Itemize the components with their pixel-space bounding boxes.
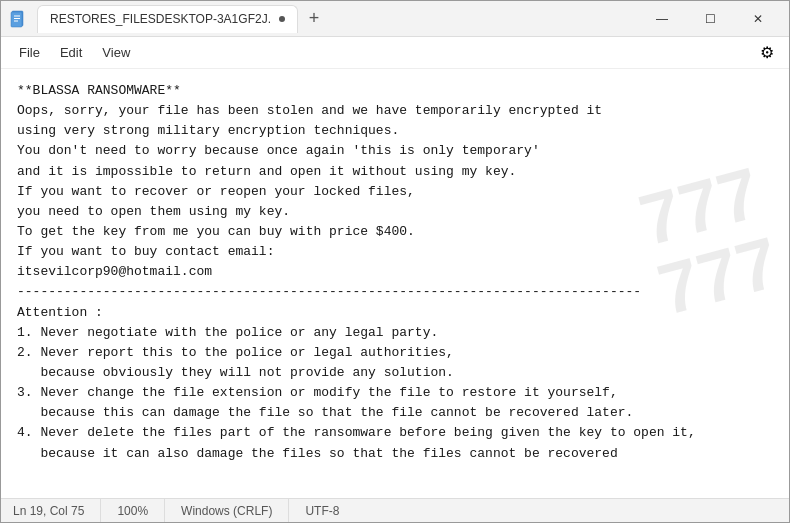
title-bar: RESTORES_FILESDESKTOP-3A1GF2J. + — ☐ ✕ [1, 1, 789, 37]
tab-area: RESTORES_FILESDESKTOP-3A1GF2J. + [37, 5, 639, 33]
file-menu[interactable]: File [9, 41, 50, 64]
minimize-button[interactable]: — [639, 1, 685, 37]
zoom-level[interactable]: 100% [101, 499, 165, 522]
new-tab-button[interactable]: + [300, 5, 328, 33]
edit-menu[interactable]: Edit [50, 41, 92, 64]
status-bar: Ln 19, Col 75 100% Windows (CRLF) UTF-8 [1, 498, 789, 522]
unsaved-indicator [279, 16, 285, 22]
menu-bar: File Edit View ⚙ [1, 37, 789, 69]
maximize-button[interactable]: ☐ [687, 1, 733, 37]
close-button[interactable]: ✕ [735, 1, 781, 37]
settings-icon[interactable]: ⚙ [753, 39, 781, 67]
view-menu[interactable]: View [92, 41, 140, 64]
app-icon [9, 9, 29, 29]
tab-label: RESTORES_FILESDESKTOP-3A1GF2J. [50, 12, 271, 26]
encoding[interactable]: UTF-8 [289, 499, 355, 522]
window-controls: — ☐ ✕ [639, 1, 781, 37]
active-tab[interactable]: RESTORES_FILESDESKTOP-3A1GF2J. [37, 5, 298, 33]
main-window: RESTORES_FILESDESKTOP-3A1GF2J. + — ☐ ✕ F… [0, 0, 790, 523]
svg-rect-1 [11, 12, 22, 27]
cursor-position: Ln 19, Col 75 [13, 499, 101, 522]
text-editor-content[interactable]: **BLASSA RANSOMWARE** Oops, sorry, your … [1, 69, 789, 476]
line-ending[interactable]: Windows (CRLF) [165, 499, 289, 522]
